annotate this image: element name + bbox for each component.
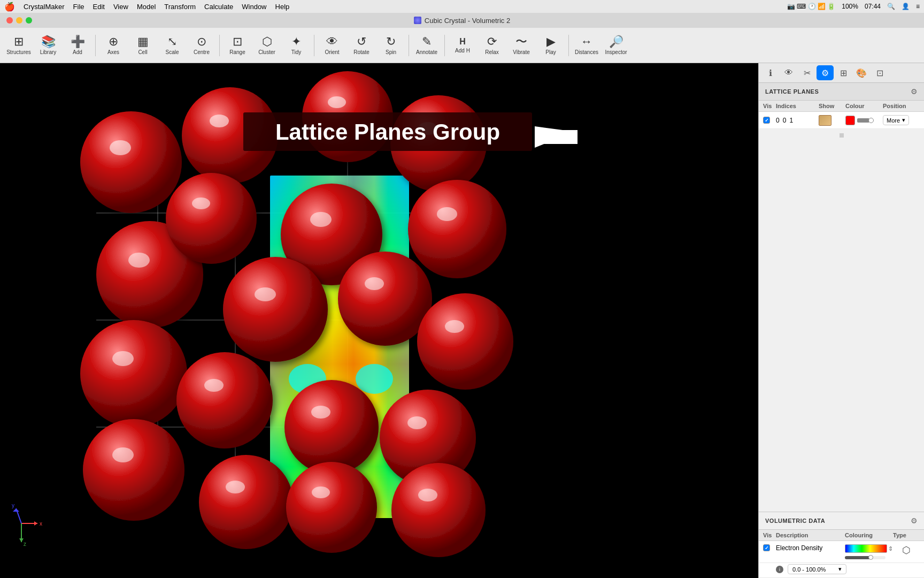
relax-button[interactable]: ⟳ Relax	[478, 30, 506, 61]
lp-position-cell: More ▾	[883, 115, 920, 125]
volumetric-data-gear[interactable]: ⚙	[911, 516, 918, 525]
menu-window[interactable]: Window	[242, 3, 266, 11]
library-button[interactable]: 📚 Library	[34, 30, 63, 61]
play-button[interactable]: ▶ Play	[536, 30, 565, 61]
svg-point-44	[204, 379, 224, 392]
inspector-grid-btn[interactable]: ⊞	[835, 65, 852, 80]
lp-slider-thumb[interactable]	[868, 118, 874, 123]
lattice-planes-gear[interactable]: ⚙	[911, 87, 918, 96]
colour-adjust-icon[interactable]: ⇕	[888, 545, 893, 552]
inspector-box-btn[interactable]: ⊡	[871, 65, 888, 80]
centre-button[interactable]: ⊙ Centre	[187, 30, 216, 61]
svg-point-23	[417, 293, 513, 390]
distances-icon: ↔	[581, 36, 592, 48]
control-center-icon[interactable]: ≡	[916, 3, 920, 10]
menu-calculate[interactable]: Calculate	[204, 3, 233, 11]
inspector-color-btn[interactable]: 🎨	[853, 65, 870, 80]
vibrate-label: Vibrate	[513, 49, 530, 55]
svg-point-43	[112, 351, 134, 366]
lp-vis-checkbox[interactable]	[763, 117, 770, 124]
menu-crystalmaker[interactable]: CrystalMaker	[24, 3, 65, 11]
apple-menu[interactable]: 🍎	[4, 2, 15, 12]
svg-point-33	[210, 115, 229, 127]
toolbar-divider-5	[444, 35, 445, 56]
lp-color-swatch[interactable]	[845, 116, 855, 125]
main: Lattice Planes Group x y z ℹ 👁 ✂	[0, 63, 924, 578]
search-icon[interactable]: 🔍	[887, 3, 895, 10]
lp-vis-cell[interactable]	[763, 117, 776, 124]
cell-button[interactable]: ▦ Cell	[128, 30, 157, 61]
inspector-button[interactable]: 🔎 Inspector	[602, 30, 630, 61]
annotate-icon: ✎	[422, 36, 432, 48]
lp-col-show: Show	[819, 103, 845, 109]
distances-button[interactable]: ↔ Distances	[572, 30, 601, 61]
vol-info-icon[interactable]: i	[776, 566, 783, 573]
tidy-button[interactable]: ✦ Tidy	[282, 30, 311, 61]
menu-edit[interactable]: Edit	[93, 3, 105, 11]
menu-file[interactable]: File	[73, 3, 84, 11]
menu-help[interactable]: Help	[275, 3, 290, 11]
svg-point-31	[391, 463, 486, 557]
svg-rect-54	[537, 130, 578, 144]
svg-point-47	[112, 447, 134, 462]
inspector-icon: 🔎	[609, 36, 623, 48]
vol-slider-thumb[interactable]	[868, 555, 873, 560]
cluster-icon: ⬡	[262, 36, 272, 48]
vol-range-slider[interactable]	[845, 556, 886, 559]
svg-point-34	[328, 96, 346, 108]
svg-point-36	[128, 253, 150, 268]
annotate-button[interactable]: ✎ Annotate	[412, 30, 441, 61]
axes-label: Axes	[107, 49, 119, 55]
colour-gradient-bar[interactable]	[845, 544, 887, 553]
rotate-button[interactable]: ↺ Rotate	[347, 30, 376, 61]
inspector-settings-btn[interactable]: ⚙	[817, 65, 834, 80]
user-icon[interactable]: 👤	[902, 3, 910, 10]
inspector-label: Inspector	[605, 49, 627, 55]
structures-button[interactable]: ⊞ Structures	[4, 30, 33, 61]
traffic-lights[interactable]	[6, 17, 32, 24]
svg-point-49	[312, 486, 330, 498]
add-icon: ➕	[71, 36, 85, 48]
menu-transform[interactable]: Transform	[164, 3, 196, 11]
minimize-button[interactable]	[16, 17, 22, 24]
svg-point-28	[83, 419, 184, 521]
close-button[interactable]	[6, 17, 13, 24]
spin-button[interactable]: ↻ Spin	[376, 30, 405, 61]
addh-button[interactable]: H Add H	[448, 30, 477, 61]
svg-point-48	[226, 481, 245, 493]
scale-button[interactable]: ⤡ Scale	[158, 30, 187, 61]
inspector-cut-btn[interactable]: ✂	[798, 65, 815, 80]
vol-vis-cell[interactable]	[763, 544, 776, 551]
toolbar-group-model: ⊡ Range ⬡ Cluster ✦ Tidy	[223, 30, 311, 61]
lp-h-value: 0	[776, 117, 780, 124]
inspector-view-btn[interactable]: 👁	[780, 65, 797, 80]
svg-point-50	[418, 489, 437, 501]
axes-icon: ⊕	[109, 36, 118, 48]
volumetric-data-header: VOLUMETRIC DATA ⚙	[759, 512, 924, 530]
svg-point-25	[176, 352, 273, 448]
svg-point-37	[192, 197, 210, 209]
inspector-info-btn[interactable]: ℹ	[762, 65, 779, 80]
relax-label: Relax	[485, 49, 499, 55]
lp-color-slider[interactable]	[857, 118, 879, 123]
vol-vis-checkbox[interactable]	[763, 544, 770, 551]
vol-range-dropdown[interactable]: 0.0 - 100.0% ▾	[788, 564, 846, 574]
vol-type-icon[interactable]: ⬡	[902, 544, 911, 556]
vibrate-button[interactable]: 〜 Vibrate	[507, 30, 536, 61]
lp-col-vis: Vis	[763, 103, 776, 109]
svg-text:y: y	[12, 503, 14, 508]
menu-model[interactable]: Model	[137, 3, 156, 11]
axes-button[interactable]: ⊕ Axes	[99, 30, 128, 61]
add-button[interactable]: ➕ Add	[63, 30, 92, 61]
menu-view[interactable]: View	[113, 3, 128, 11]
viewport[interactable]: Lattice Planes Group x y z	[0, 63, 758, 578]
range-button[interactable]: ⊡ Range	[223, 30, 252, 61]
scale-label: Scale	[165, 49, 179, 55]
cluster-button[interactable]: ⬡ Cluster	[252, 30, 281, 61]
maximize-button[interactable]	[26, 17, 32, 24]
svg-point-20	[223, 257, 328, 362]
lp-position-dropdown[interactable]: More ▾	[883, 115, 909, 125]
lp-indices-cell: 0 0 1	[776, 117, 819, 124]
lp-show-cell	[819, 115, 845, 126]
orient-button[interactable]: 👁 Orient	[318, 30, 346, 61]
